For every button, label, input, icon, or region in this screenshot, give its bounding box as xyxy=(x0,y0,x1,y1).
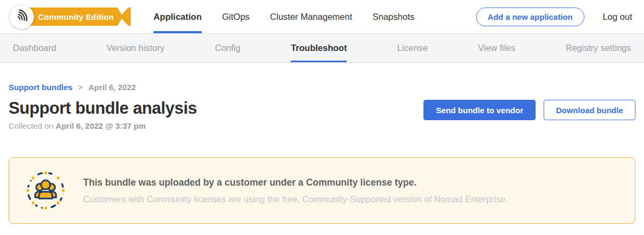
breadcrumb-separator: > xyxy=(78,83,83,91)
tab-gitops[interactable]: GitOps xyxy=(222,0,250,33)
tab-snapshots[interactable]: Snapshots xyxy=(372,0,414,33)
bundle-actions: Send bundle to vendor Download bundle xyxy=(423,99,635,120)
subnav-item-registry-settings[interactable]: Registry settings xyxy=(566,34,631,62)
collected-date: April 6, 2022 @ 3:37 pm xyxy=(56,121,146,130)
collected-prefix: Collected on xyxy=(9,121,53,130)
page-header: Support bundle analysis Collected on Apr… xyxy=(9,99,635,130)
tab-cluster-management[interactable]: Cluster Management xyxy=(270,0,352,33)
edition-badge: Community Edition xyxy=(21,8,131,26)
breadcrumb-support-bundles-link[interactable]: Support bundles xyxy=(9,83,72,92)
subnav-item-version-history[interactable]: Version history xyxy=(107,34,165,62)
add-new-application-button[interactable]: Add a new application xyxy=(476,8,584,26)
tab-application[interactable]: Application xyxy=(153,0,202,33)
community-license-notice: This bundle was uploaded by a customer u… xyxy=(9,157,635,224)
subnav-item-config[interactable]: Config xyxy=(215,34,240,62)
page-title: Support bundle analysis xyxy=(9,99,197,118)
page-header-text: Support bundle analysis Collected on Apr… xyxy=(9,99,197,130)
notice-text: This bundle was uploaded by a customer u… xyxy=(83,177,508,204)
edition-badge-label: Community Edition xyxy=(21,8,123,26)
replicated-logo-icon xyxy=(15,9,29,25)
breadcrumb-current: April 6, 2022 xyxy=(89,83,136,92)
top-nav-right: Add a new application Log out xyxy=(476,8,632,26)
primary-tabs: Application GitOps Cluster Management Sn… xyxy=(153,0,414,33)
logout-link[interactable]: Log out xyxy=(603,12,632,22)
subnav-item-dashboard[interactable]: Dashboard xyxy=(13,34,56,62)
notice-body: Customers with Community licenses are us… xyxy=(83,194,508,204)
collected-timestamp: Collected on April 6, 2022 @ 3:37 pm xyxy=(9,121,197,130)
app-sub-nav: Dashboard Version history Config Trouble… xyxy=(0,33,644,63)
app-logo[interactable] xyxy=(10,5,34,29)
subnav-item-view-files[interactable]: View files xyxy=(478,34,515,62)
community-people-icon xyxy=(25,170,66,211)
notice-heading: This bundle was uploaded by a customer u… xyxy=(83,177,508,188)
breadcrumb: Support bundles > April 6, 2022 xyxy=(9,63,635,92)
main-content: Support bundles > April 6, 2022 Support … xyxy=(0,63,644,224)
subnav-item-troubleshoot[interactable]: Troubleshoot xyxy=(291,34,347,62)
brand: Community Edition xyxy=(10,5,131,29)
send-bundle-to-vendor-button[interactable]: Send bundle to vendor xyxy=(423,100,536,120)
download-bundle-button[interactable]: Download bundle xyxy=(544,100,635,120)
edition-badge-ribbon-tail xyxy=(120,8,131,26)
top-nav: Community Edition Application GitOps Clu… xyxy=(0,0,644,33)
subnav-item-license[interactable]: License xyxy=(397,34,428,62)
